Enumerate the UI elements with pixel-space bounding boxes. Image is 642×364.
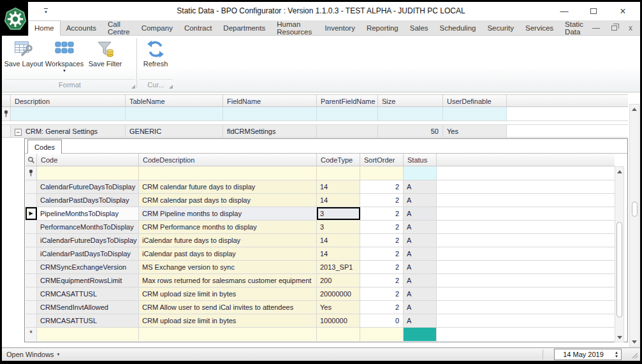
- cell-status[interactable]: A: [404, 247, 437, 260]
- filter-cell-sortorder[interactable]: [360, 166, 404, 180]
- scrollbar-thumb[interactable]: [616, 222, 622, 317]
- filter-pin-icon[interactable]: [2, 107, 11, 120]
- tab-sales[interactable]: Sales: [404, 20, 434, 35]
- cell-codetype[interactable]: 3: [317, 221, 360, 233]
- date-editor[interactable]: 14 May 2019 ▲ ▼: [554, 349, 622, 360]
- new-row-cell-sortorder[interactable]: [360, 328, 404, 341]
- cell-codetype[interactable]: 1000000: [317, 314, 360, 327]
- cell-status[interactable]: A: [404, 194, 437, 207]
- cell-codedescription[interactable]: CRM Performance months to display: [139, 221, 317, 233]
- cell-status[interactable]: A: [404, 274, 437, 287]
- cell-codedescription[interactable]: CRM calendar past days to display: [139, 194, 317, 207]
- cell-status[interactable]: A: [404, 207, 437, 220]
- filter-cell-description[interactable]: [11, 107, 126, 120]
- ribbon-close-icon[interactable]: x: [629, 24, 632, 33]
- refresh-button[interactable]: Refresh: [138, 37, 173, 68]
- column-header-code[interactable]: Code: [37, 154, 139, 166]
- cell-codedescription[interactable]: CRM calendar future days to display: [139, 180, 317, 193]
- cell-status[interactable]: A: [404, 221, 437, 233]
- cell-sortorder[interactable]: 2: [360, 288, 404, 300]
- row-indicator[interactable]: [26, 247, 37, 260]
- cell-codetype[interactable]: 14: [317, 180, 360, 193]
- row-indicator[interactable]: [26, 274, 37, 287]
- cell-status[interactable]: A: [404, 288, 437, 300]
- open-windows-button[interactable]: Open Windows▼: [6, 351, 61, 358]
- row-indicator[interactable]: [26, 314, 37, 327]
- tab-security[interactable]: Security: [481, 20, 520, 35]
- cell-code[interactable]: iCalendarPastDaysToDisplay: [37, 247, 139, 260]
- filter-cell-userdefinable[interactable]: [443, 107, 507, 120]
- cell-userdefinable[interactable]: Yes: [443, 125, 507, 137]
- cell-codedescription[interactable]: MS Exchange version to sync: [139, 261, 317, 273]
- cell-code[interactable]: iCalendarFutureDaysToDisplay: [37, 234, 139, 247]
- cell-codetype[interactable]: 14: [317, 234, 360, 247]
- new-row-cell-codedescription[interactable]: [139, 328, 317, 341]
- save-filter-button[interactable]: Save Filter: [85, 37, 126, 73]
- cell-sortorder[interactable]: 2: [360, 194, 404, 207]
- cell-sortorder[interactable]: 2: [360, 261, 404, 273]
- table-row[interactable]: iCalendarFutureDaysToDisplayiCalendar fu…: [26, 234, 615, 247]
- cell-codetype[interactable]: 20000000: [317, 288, 360, 300]
- cell-codedescription[interactable]: CRM upload size limit in bytes: [139, 314, 317, 327]
- filter-cell-fieldname[interactable]: [223, 107, 317, 120]
- tab-services[interactable]: Services: [520, 20, 559, 35]
- row-indicator[interactable]: [26, 180, 37, 193]
- detail-vertical-scrollbar[interactable]: [615, 166, 624, 342]
- filter-pin-icon[interactable]: [26, 166, 37, 180]
- row-indicator[interactable]: [26, 234, 37, 247]
- cell-codetype[interactable]: 14: [317, 194, 360, 207]
- cell-sortorder[interactable]: 2: [360, 207, 404, 220]
- cell-codedescription[interactable]: CRM Allow user to send iCal invites to a…: [139, 301, 317, 314]
- tab-codes[interactable]: Codes: [27, 140, 62, 154]
- cell-code[interactable]: CRMCASATTUSL: [37, 288, 139, 300]
- filter-cell-codedescription[interactable]: [139, 166, 317, 180]
- scrollbar-thumb[interactable]: [632, 201, 638, 217]
- cell-sortorder[interactable]: 2: [360, 274, 404, 287]
- cell-sortorder[interactable]: 2: [360, 234, 404, 247]
- cell-code[interactable]: PerformanceMonthsToDisplay: [37, 221, 139, 233]
- tab-static-data[interactable]: Static Data: [559, 20, 592, 35]
- table-row[interactable]: ▶PipelineMonthsToDisplayCRM Pipeline mon…: [26, 207, 615, 221]
- cell-sortorder[interactable]: 0: [360, 314, 404, 327]
- resize-grip[interactable]: [631, 351, 638, 359]
- tab-scheduling[interactable]: Scheduling: [434, 20, 482, 35]
- cell-codetype[interactable]: 2013_SP1: [317, 261, 360, 273]
- scroll-down-icon[interactable]: [630, 337, 639, 346]
- cell-tablename[interactable]: GENERIC: [126, 125, 223, 137]
- cell-status[interactable]: A: [404, 314, 437, 327]
- cell-codedescription[interactable]: iCalendar future days to display: [139, 234, 317, 247]
- column-header-fieldname[interactable]: FieldName: [223, 95, 317, 106]
- row-indicator[interactable]: [26, 288, 37, 300]
- tab-human-resources[interactable]: Human Resources: [271, 20, 319, 35]
- filter-cell-size[interactable]: [378, 107, 443, 120]
- column-header-description[interactable]: Description: [11, 95, 126, 106]
- cell-parentfieldname[interactable]: [317, 125, 378, 137]
- column-header-codedescription[interactable]: CodeDescription: [139, 154, 317, 166]
- table-row[interactable]: CalendarFutureDaysToDisplayCRM calendar …: [26, 180, 615, 194]
- tab-reporting[interactable]: Reporting: [361, 20, 404, 35]
- cell-status[interactable]: A: [404, 301, 437, 314]
- cell-sortorder[interactable]: 2: [360, 221, 404, 233]
- table-row[interactable]: CRMCASATTUSLCRM upload size limit in byt…: [26, 288, 615, 301]
- tab-contract[interactable]: Contract: [179, 20, 217, 35]
- column-header-parentfieldname[interactable]: ParentFieldName: [317, 95, 378, 106]
- maximize-button[interactable]: [579, 6, 608, 16]
- cell-status[interactable]: A: [404, 261, 437, 273]
- filter-cell-codetype[interactable]: [317, 166, 360, 180]
- cell-code[interactable]: CRMSyncExchangeVersion: [37, 261, 139, 273]
- column-header-status[interactable]: Status: [404, 154, 437, 166]
- row-indicator[interactable]: [2, 125, 11, 137]
- scroll-down-icon[interactable]: [615, 333, 624, 342]
- table-row[interactable]: CRMSendInvtAllowedCRM Allow user to send…: [26, 301, 615, 314]
- cell-sortorder[interactable]: 2: [360, 180, 404, 193]
- table-row[interactable]: CalendarPastDaysToDisplayCRM calendar pa…: [26, 194, 615, 207]
- cell-sortorder[interactable]: 2: [360, 247, 404, 260]
- master-row-crm-general-settings[interactable]: −CRM: General Settings GENERIC fldCRMSet…: [2, 124, 628, 138]
- spin-down-icon[interactable]: ▼: [615, 354, 618, 358]
- cell-code[interactable]: CRMCASATTUSL: [37, 314, 139, 327]
- tab-company[interactable]: Company: [136, 20, 179, 35]
- new-row-indicator-icon[interactable]: *: [26, 328, 37, 341]
- ribbon-restore-icon[interactable]: [611, 25, 617, 31]
- filter-cell-status[interactable]: [404, 166, 437, 180]
- cell-codetype[interactable]: Yes: [317, 301, 360, 314]
